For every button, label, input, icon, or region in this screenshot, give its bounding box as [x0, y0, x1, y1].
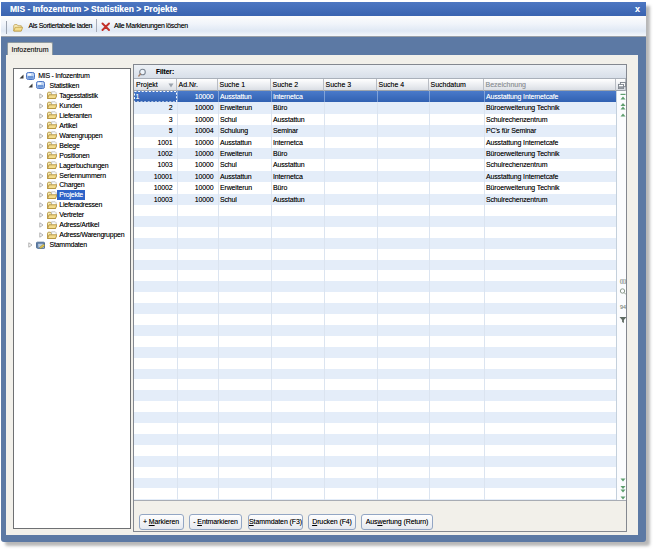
svg-text:94: 94 — [619, 304, 625, 310]
svg-text:(||): (||) — [619, 278, 626, 284]
